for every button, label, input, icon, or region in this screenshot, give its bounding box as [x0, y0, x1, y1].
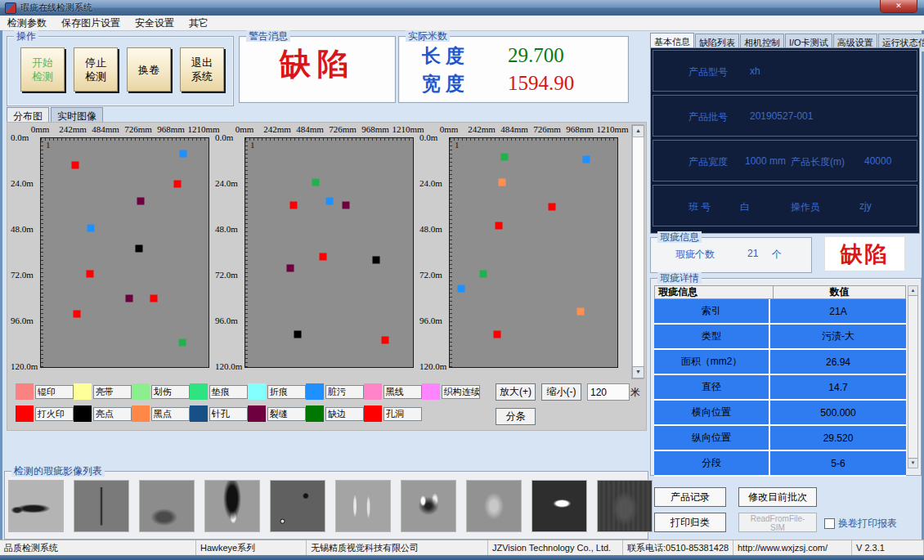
detail-table-row[interactable]: 索引21A [654, 299, 906, 325]
defect-marker[interactable] [87, 224, 95, 231]
defect-marker[interactable] [325, 198, 333, 205]
defect-marker[interactable] [312, 178, 319, 186]
table-scroll-down-icon[interactable]: ▼ [908, 458, 917, 468]
read-from-file-button[interactable]: ReadFromFile-SIM [738, 513, 817, 532]
y-tick-label: 24.0m [11, 178, 34, 188]
detail-table-row[interactable]: 横向位置500.000 [654, 401, 906, 426]
modify-batch-button[interactable]: 修改目前批次 [738, 487, 817, 507]
legend-swatch [422, 383, 440, 400]
defect-marker[interactable] [479, 270, 487, 277]
operation-label: 操作 [14, 30, 38, 42]
defect-marker[interactable] [294, 331, 301, 338]
defect-thumbnail-5[interactable] [335, 480, 391, 532]
defect-thumbnail-2[interactable] [139, 480, 195, 532]
legend-label: 辊印 [35, 385, 74, 399]
defect-count-value: 21 [747, 248, 758, 259]
defect-thumbnail-4[interactable] [270, 480, 325, 532]
x-tick-label: 968mm [361, 124, 389, 134]
defect-thumbnail-6[interactable] [401, 480, 456, 532]
legend-item: 孔洞 [364, 405, 422, 422]
scroll-down-icon[interactable]: ▼ [632, 366, 644, 379]
defect-marker[interactable] [576, 308, 584, 316]
detail-table-row[interactable]: 纵向位置29.520 [654, 426, 906, 451]
zoom-out-button[interactable]: 缩小(-) [541, 383, 581, 401]
legend-item: 黑线 [364, 383, 422, 400]
defect-marker[interactable] [343, 201, 350, 208]
detail-row-label: 类型 [654, 325, 770, 348]
defect-marker[interactable] [289, 201, 297, 208]
defect-marker[interactable] [137, 198, 145, 205]
meters-groupbox: 实际米数 长度 29.700 宽度 1594.90 [398, 36, 629, 103]
defect-marker[interactable] [150, 295, 158, 302]
menu-item-3[interactable]: 其它 [182, 16, 216, 31]
status-segment-1: Hawkeye系列 [196, 540, 307, 555]
scale-input[interactable] [587, 383, 630, 401]
defect-detail-label: 瑕疵详情 [657, 272, 702, 284]
defect-marker[interactable] [126, 295, 133, 302]
defect-thumbnail-3[interactable] [204, 480, 260, 532]
legend-swatch [74, 405, 92, 422]
plots-scrollbar[interactable]: ▲ ▼ [631, 124, 644, 379]
defect-marker[interactable] [86, 270, 93, 277]
defect-marker[interactable] [458, 285, 465, 293]
op-button-3[interactable]: 退出系统 [180, 47, 224, 92]
defect-marker[interactable] [382, 337, 389, 344]
x-tick-label: 0mm [440, 124, 459, 134]
x-tick-label: 726mm [124, 124, 152, 134]
table-header-row: 瑕疵信息 数值 [654, 285, 906, 299]
defect-marker[interactable] [135, 245, 142, 253]
plot-area-3[interactable]: 1 [449, 137, 618, 368]
close-button[interactable]: ✕ [880, 0, 917, 13]
defect-thumbnail-9[interactable] [597, 480, 653, 532]
y-tick-label: 24.0m [419, 178, 442, 188]
legend-item: 缺边 [306, 405, 364, 422]
menu-item-2[interactable]: 安全设置 [128, 16, 182, 31]
legend-label: 裂缝 [267, 407, 306, 421]
defect-marker[interactable] [493, 331, 500, 338]
scroll-up-icon[interactable]: ▲ [632, 125, 644, 137]
product-record-button[interactable]: 产品记录 [654, 487, 726, 507]
operation-buttons: 开始检测停止检测换卷退出系统 [20, 47, 224, 92]
defect-marker[interactable] [286, 264, 294, 271]
table-scrollbar[interactable]: ▲ ▼ [908, 285, 918, 468]
defect-marker[interactable] [72, 161, 79, 168]
detail-table-row[interactable]: 面积（mm2）26.94 [654, 350, 906, 375]
legend-item: 黑点 [132, 405, 190, 422]
defect-marker[interactable] [178, 338, 186, 346]
table-scroll-up-icon[interactable]: ▲ [908, 286, 917, 296]
shift-operator-row: 班 号 白 操作员 zjy [653, 185, 917, 226]
plot-area-2[interactable]: 1 [244, 137, 414, 368]
defect-marker[interactable] [173, 181, 181, 188]
menu-item-1[interactable]: 保存图片设置 [54, 16, 128, 31]
detail-table-row[interactable]: 类型污渍-大 [654, 325, 906, 350]
op-button-0[interactable]: 开始检测 [20, 47, 65, 92]
defect-marker[interactable] [495, 222, 502, 230]
defect-marker[interactable] [372, 257, 379, 264]
status-segment-0: 品质检测系统 [0, 540, 196, 555]
scrollbar-thumb[interactable] [632, 137, 644, 369]
defect-marker[interactable] [500, 154, 508, 161]
defect-marker[interactable] [320, 253, 327, 260]
menu-item-0[interactable]: 检测参数 [0, 16, 54, 31]
defect-marker[interactable] [548, 204, 555, 211]
op-button-1[interactable]: 停止检测 [74, 47, 118, 92]
defect-marker[interactable] [498, 178, 505, 186]
y-tick-label: 96.0m [11, 316, 34, 325]
zoom-in-button[interactable]: 放大(+) [496, 383, 536, 401]
defect-thumbnail-8[interactable] [532, 480, 587, 532]
op-button-2[interactable]: 换卷 [127, 47, 171, 92]
defect-thumbnail-7[interactable] [466, 480, 522, 532]
defect-marker[interactable] [179, 150, 186, 157]
defect-images-label: 检测的瑕疵影像列表 [11, 465, 105, 477]
defect-marker[interactable] [73, 310, 80, 317]
defect-thumbnail-1[interactable] [74, 480, 129, 532]
detail-table-row[interactable]: 直径14.7 [654, 375, 906, 401]
plot-area-1[interactable]: 1 [40, 137, 209, 368]
defect-thumbnail-0[interactable] [8, 480, 64, 532]
defect-marker[interactable] [582, 155, 590, 163]
print-report-checkbox[interactable] [824, 518, 835, 529]
legend-item: 织构连续 [422, 383, 480, 400]
detail-table-row[interactable]: 分段5-6 [654, 451, 906, 477]
print-classify-button[interactable]: 打印归类 [654, 513, 726, 532]
split-button[interactable]: 分条 [496, 408, 536, 425]
